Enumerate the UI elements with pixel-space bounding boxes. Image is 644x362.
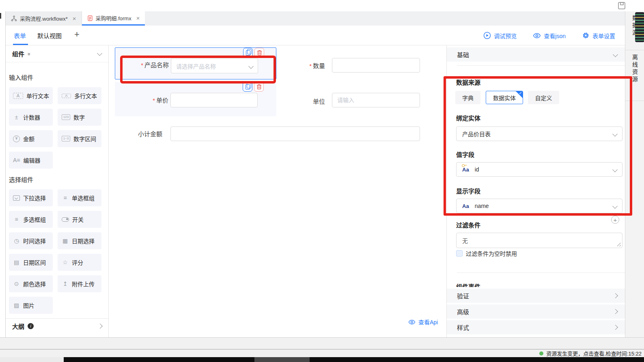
component-card-time-picker[interactable]: ◷时间选择 <box>9 232 53 249</box>
filter-textarea[interactable]: 无 <box>456 233 622 248</box>
close-icon[interactable] <box>73 15 76 21</box>
component-card-multi-line-text[interactable]: A多行文本 <box>58 87 101 104</box>
form-settings-label: 表单设置 <box>592 32 615 40</box>
data-source-option-entity[interactable]: 数据实体 ✓ <box>486 91 523 104</box>
section-basic-label: 基础 <box>457 50 469 59</box>
component-card-switch[interactable]: 开关 <box>58 211 101 228</box>
chevron-down-icon[interactable] <box>97 51 102 56</box>
plus-circle-icon[interactable]: + <box>611 216 619 224</box>
debug-preview-button[interactable]: 调试预览 <box>483 32 517 40</box>
component-card-color-picker[interactable]: ⊙颜色选择 <box>9 275 53 292</box>
outline-bar[interactable]: 大纲 i <box>6 318 108 333</box>
component-card-label: 日期选择 <box>72 237 95 245</box>
eye-icon <box>408 319 416 325</box>
filter-label: 过滤条件 <box>456 221 480 229</box>
divider <box>457 272 625 273</box>
chevron-down-icon <box>248 64 254 69</box>
copy-field-button[interactable] <box>243 48 253 58</box>
component-card-dropdown-select[interactable]: 下拉选择 <box>9 189 53 206</box>
component-card-number[interactable]: 123数字 <box>58 109 101 126</box>
section-style-label: 样式 <box>457 323 469 332</box>
color-icon: ⊙ <box>13 281 20 287</box>
copy-field-button[interactable] <box>243 82 252 92</box>
product-name-select[interactable]: 请选择产品名称 <box>171 58 258 73</box>
data-source-option-custom[interactable]: 自定义 <box>528 91 559 104</box>
chevron-down-icon <box>612 167 618 172</box>
view-api-label: 查看Api <box>418 318 438 326</box>
sidebar-header: 组件 <box>6 45 109 62</box>
save-icon[interactable] <box>617 1 626 10</box>
checkbox[interactable] <box>456 250 463 257</box>
view-tab-form[interactable]: 表单 <box>14 31 26 40</box>
form-settings-button[interactable]: 表单设置 <box>582 32 615 40</box>
component-card-label: 图片 <box>23 301 34 309</box>
taskbar-dark-segment <box>64 357 644 362</box>
delete-field-button[interactable] <box>254 48 264 58</box>
chevron-right-icon <box>613 309 618 314</box>
component-card-currency[interactable]: ¥金额 <box>9 130 53 147</box>
play-icon <box>483 32 491 39</box>
component-card-checkbox-group[interactable]: ≡多选框组 <box>9 211 53 228</box>
component-card-editor[interactable]: A≡编辑器 <box>9 152 53 169</box>
file-tab-form[interactable]: 采购明细.formx <box>82 11 145 26</box>
checkbox-label: 过滤条件为空时禁用 <box>466 249 517 257</box>
field-label: 小计金额 <box>136 129 162 138</box>
radio-group-icon: ≡ <box>62 195 69 201</box>
bind-entity-value: 产品价目表 <box>462 130 491 138</box>
date-icon: ▦ <box>62 238 69 244</box>
check-icon: ✓ <box>519 91 522 95</box>
component-card-label: 附件上传 <box>72 280 95 288</box>
section-advanced[interactable]: 高级 <box>447 304 625 319</box>
close-icon[interactable] <box>136 15 140 21</box>
list-icon <box>28 51 30 56</box>
component-card-label: 开关 <box>72 215 84 223</box>
subtotal-input[interactable] <box>170 126 420 141</box>
component-card-label: 评分 <box>72 258 83 266</box>
field-label: *单价 <box>131 96 168 104</box>
rail-tab-offline-resources[interactable]: 离线资源 <box>631 54 639 84</box>
component-card-label: 多行文本 <box>74 92 97 100</box>
component-card-label: 金额 <box>23 135 34 143</box>
delete-field-button[interactable] <box>254 82 264 92</box>
quantity-input[interactable] <box>332 58 420 73</box>
section-basic[interactable]: 基础 <box>447 47 625 62</box>
component-card-date-range[interactable]: ▤日期区间 <box>9 254 53 271</box>
data-source-option-dict[interactable]: 字典 <box>455 91 480 104</box>
component-card-counter[interactable]: ±计数器 <box>9 109 53 126</box>
data-source-label: 数据来源 <box>456 78 480 86</box>
component-card-number-range[interactable]: 1~3数字区间 <box>58 130 101 147</box>
rating-icon: ☆ <box>62 259 69 265</box>
status-message[interactable]: 资源发生变更，点击查看,检查时间:15:22 <box>546 349 642 357</box>
section-style[interactable]: 样式 <box>447 320 625 334</box>
view-api-link[interactable]: 查看Api <box>408 318 438 326</box>
field-row-product-name[interactable]: *产品名称 请选择产品名称 <box>115 47 276 79</box>
section-validation[interactable]: 验证 <box>447 289 625 303</box>
component-card-attachment-upload[interactable]: ↥附件上传 <box>58 275 101 292</box>
text-single-icon: A <box>13 93 23 99</box>
component-card-label: 多选框组 <box>23 215 46 223</box>
left-edge-strip <box>0 11 6 337</box>
view-json-button[interactable]: 查看json <box>533 32 566 40</box>
view-tab-default-view[interactable]: 默认视图 <box>37 31 62 40</box>
date-range-icon: ▤ <box>13 259 20 265</box>
section-validation-label: 验证 <box>457 291 469 300</box>
file-tab-workflow[interactable]: 采购流程.workflowx* <box>6 11 82 26</box>
add-view-button[interactable]: + <box>74 29 80 40</box>
unit-price-input[interactable] <box>170 93 258 107</box>
field-row-unit-price[interactable]: *单价 <box>115 82 276 116</box>
value-field-select[interactable]: Aa id <box>456 162 622 177</box>
display-field-select[interactable]: Aa name <box>456 199 622 213</box>
text-icon: Aa <box>462 203 469 209</box>
right-rail: 数据源 离线资源 <box>625 11 644 337</box>
workflow-icon <box>11 15 17 21</box>
component-card-rating[interactable]: ☆评分 <box>58 254 101 271</box>
bind-entity-select[interactable]: 产品价目表 <box>456 126 622 141</box>
component-card-date-picker[interactable]: ▦日期选择 <box>58 232 101 249</box>
component-card-label: 时间选择 <box>23 237 46 245</box>
component-card-radio-group[interactable]: ≡单选框组 <box>58 189 101 206</box>
component-card-single-line-text[interactable]: A单行文本 <box>9 87 53 104</box>
unit-input[interactable] <box>332 93 420 107</box>
sidebar-title: 组件 <box>12 49 24 58</box>
panel-thumbnail[interactable] <box>635 12 644 42</box>
component-card-image[interactable]: ▨图片 <box>9 297 53 314</box>
